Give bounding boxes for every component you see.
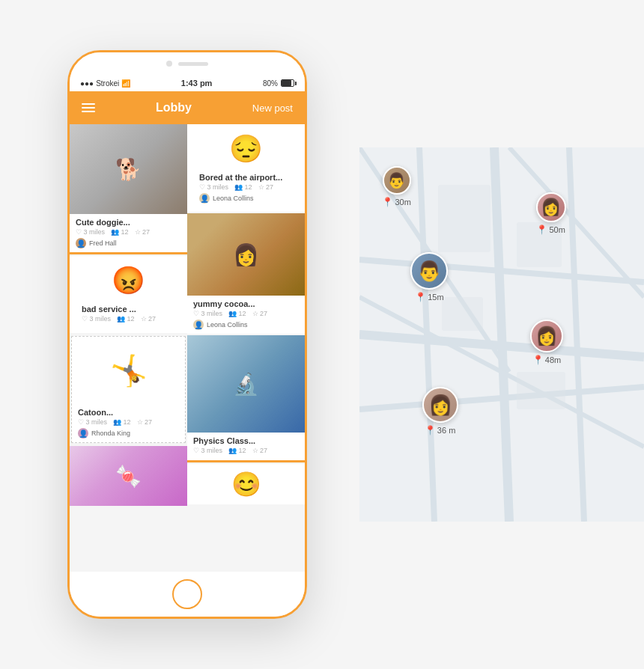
app-header: Lobby New post <box>70 91 305 124</box>
cocoa-post-author: 👤 Leona Collins <box>193 320 299 330</box>
map-background: 👨 📍 30m 👨 📍 15m 👩 📍 50m 👩 <box>359 147 644 522</box>
map-item-1[interactable]: 👨 📍 30m <box>382 166 410 207</box>
science-post-meta: ♡ 3 miles 👥 12 ☆ 27 <box>193 447 299 454</box>
phone-top <box>70 52 305 75</box>
phone-bottom <box>70 572 305 617</box>
map-avatar-4: 👩 <box>530 320 563 352</box>
new-post-button[interactable]: New post <box>252 103 293 114</box>
bored-distance: ♡ 3 miles <box>199 183 228 191</box>
map-item-3[interactable]: 👩 📍 50m <box>536 192 566 235</box>
post-bored[interactable]: 😔 Bored at the airport... ♡ 3 miles 👥 12… <box>187 124 305 212</box>
post-bad-service[interactable]: 😡 bad service ... ♡ 3 miles 👥 12 ☆ 27 <box>70 256 187 333</box>
science-comments: ☆ 27 <box>252 447 268 454</box>
bored-post-title: Bored at the airport... <box>199 173 282 182</box>
pin-icon-4: 📍 <box>532 355 544 365</box>
bad-service-meta: ♡ 3 miles 👥 12 ☆ 27 <box>82 315 156 323</box>
map-label-2: 📍 15m <box>415 292 443 302</box>
hamburger-line-2 <box>82 107 95 109</box>
status-time: 1:43 pm <box>181 79 213 88</box>
science-image: 🔬 <box>187 335 305 433</box>
battery-percent: 80% <box>263 79 278 88</box>
map-distance-2: 15m <box>428 293 443 302</box>
svg-rect-13 <box>517 372 565 409</box>
post-candy[interactable]: 🍬 <box>70 446 187 506</box>
bottom-emoji: 😊 <box>231 470 261 498</box>
bored-post-author: 👤 Leona Collins <box>199 193 282 204</box>
cocoa-image: 👩 <box>187 213 305 296</box>
post-dog[interactable]: 🐕 Cute doggie... ♡ 3 miles 👥 12 ☆ 27 👤 F… <box>70 124 187 254</box>
cocoa-post-meta: ♡ 3 miles 👥 12 ☆ 27 <box>193 310 299 317</box>
pin-icon-5: 📍 <box>425 425 436 436</box>
science-likes: 👥 12 <box>228 447 246 454</box>
cartoon-image-placeholder: 🤸 <box>72 337 185 404</box>
map-distance-3: 50m <box>549 225 565 234</box>
home-button[interactable] <box>172 579 202 609</box>
cocoa-author-avatar: 👤 <box>193 320 204 330</box>
battery-icon <box>281 79 294 87</box>
cocoa-comments: ☆ 27 <box>252 310 268 317</box>
signal-dots: ●●● <box>80 79 94 88</box>
status-bar: ●●● Strokei 📶 1:43 pm 80% <box>70 75 305 91</box>
cartoon-author-name: Rhonda King <box>91 430 130 437</box>
status-left: ●●● Strokei 📶 <box>80 79 130 88</box>
map-label-4: 📍 48m <box>532 355 561 365</box>
bad-service-title: bad service ... <box>82 305 156 314</box>
map-item-4[interactable]: 👩 📍 48m <box>530 320 563 365</box>
svg-rect-10 <box>438 185 490 252</box>
cocoa-image-placeholder: 👩 <box>187 213 305 296</box>
bored-post-info: Bored at the airport... ♡ 3 miles 👥 12 ☆… <box>193 169 288 207</box>
map-item-2[interactable]: 👨 📍 15m <box>410 252 448 302</box>
post-science[interactable]: 🔬 Physics Class... ♡ 3 miles 👥 12 ☆ 27 <box>187 335 305 462</box>
science-distance: ♡ 3 miles <box>193 447 222 454</box>
bad-service-likes: 👥 12 <box>117 315 135 323</box>
camera-dot <box>166 61 172 67</box>
battery-fill <box>282 80 291 86</box>
cocoa-distance: ♡ 3 miles <box>193 310 222 317</box>
science-orange-bar <box>187 460 305 462</box>
dog-post-author: 👤 Fred Hall <box>76 238 181 248</box>
speaker <box>178 62 208 66</box>
map-label-5: 📍 36 m <box>425 425 455 436</box>
hamburger-line-3 <box>82 111 95 112</box>
cartoon-post-title: Catoon... <box>78 408 179 417</box>
wifi-icon: 📶 <box>121 79 130 88</box>
map-avatar-5: 👩 <box>422 387 458 423</box>
dog-post-info: Cute doggie... ♡ 3 miles 👥 12 ☆ 27 👤 Fre… <box>70 214 187 252</box>
map-label-1: 📍 30m <box>382 197 410 207</box>
cartoon-likes: 👥 12 <box>113 418 131 426</box>
post-cartoon[interactable]: 🤸 Catoon... ♡ 3 miles 👥 12 ☆ 27 👤 Rhonda… <box>71 336 186 443</box>
bored-emoji: 😔 <box>193 133 299 165</box>
cartoon-post-meta: ♡ 3 miles 👥 12 ☆ 27 <box>78 418 179 426</box>
dog-author-avatar: 👤 <box>76 238 86 248</box>
app-title: Lobby <box>156 101 192 114</box>
candy-image-placeholder: 🍬 <box>70 446 187 506</box>
hamburger-menu[interactable] <box>82 103 95 112</box>
cartoon-comments: ☆ 27 <box>137 418 153 426</box>
dog-author-name: Fred Hall <box>89 239 117 247</box>
bored-comments: ☆ 27 <box>258 183 274 191</box>
post-emoji-bottom[interactable]: 😊 <box>187 464 305 504</box>
science-image-placeholder: 🔬 <box>187 335 305 433</box>
post-cocoa[interactable]: 👩 yummy cocoa... ♡ 3 miles 👥 12 ☆ 27 👤 L… <box>187 213 305 334</box>
dog-orange-bar <box>70 252 187 254</box>
map-item-5[interactable]: 👩 📍 36 m <box>422 387 458 436</box>
cocoa-likes: 👥 12 <box>228 310 246 317</box>
app-content: 🐕 Cute doggie... ♡ 3 miles 👥 12 ☆ 27 👤 F… <box>70 124 305 572</box>
dog-image-placeholder: 🐕 <box>70 124 187 214</box>
bored-author-avatar: 👤 <box>199 193 210 204</box>
map-distance-5: 36 m <box>437 426 455 435</box>
right-column: 😔 Bored at the airport... ♡ 3 miles 👥 12… <box>187 124 305 572</box>
pin-icon-1: 📍 <box>382 197 393 207</box>
dog-post-meta: ♡ 3 miles 👥 12 ☆ 27 <box>76 228 181 236</box>
dog-image: 🐕 <box>70 124 187 214</box>
dog-likes: 👥 12 <box>111 228 129 236</box>
map-distance-1: 30m <box>395 198 410 207</box>
posts-grid: 🐕 Cute doggie... ♡ 3 miles 👥 12 ☆ 27 👤 F… <box>70 124 305 572</box>
bored-post-meta: ♡ 3 miles 👥 12 ☆ 27 <box>199 183 282 191</box>
map-avatar-2: 👨 <box>410 252 448 290</box>
science-post-info: Physics Class... ♡ 3 miles 👥 12 ☆ 27 <box>187 433 305 460</box>
bored-likes: 👥 12 <box>234 183 252 191</box>
pin-icon-3: 📍 <box>536 224 547 235</box>
candy-image: 🍬 <box>70 446 187 506</box>
carrier-name: Strokei <box>96 79 119 88</box>
